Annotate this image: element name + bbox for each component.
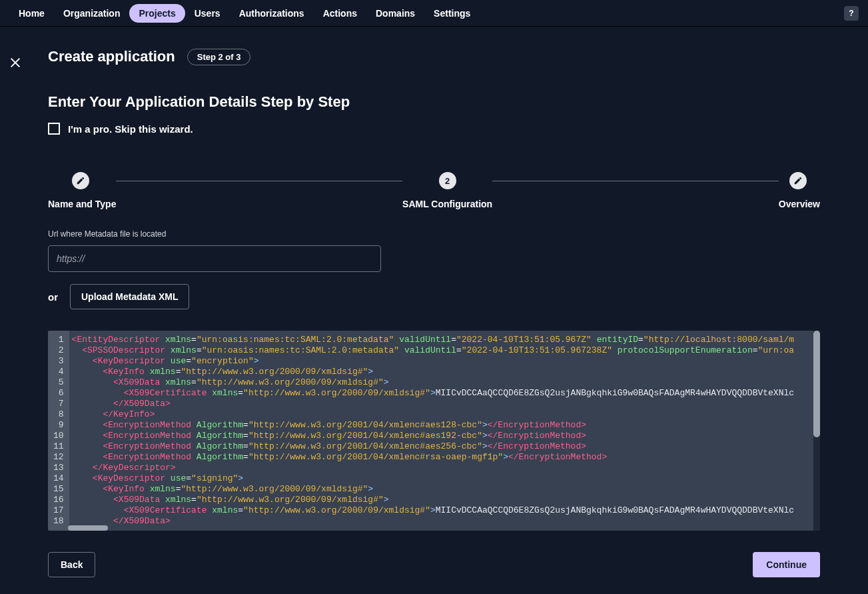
nav-item-organization[interactable]: Organization xyxy=(54,4,130,23)
nav-item-domains[interactable]: Domains xyxy=(366,4,424,23)
step-saml-configuration[interactable]: 2 SAML Configuration xyxy=(402,172,492,209)
page-subtitle: Enter Your Application Details Step by S… xyxy=(48,93,820,111)
horizontal-scrollbar-thumb[interactable] xyxy=(68,525,108,531)
nav-item-actions[interactable]: Actions xyxy=(314,4,366,23)
stepper: Name and Type 2 SAML Configuration Overv… xyxy=(48,172,820,209)
help-button[interactable]: ? xyxy=(844,6,859,21)
xml-editor[interactable]: 123456789101112131415161718 <EntityDescr… xyxy=(48,331,820,531)
continue-button[interactable]: Continue xyxy=(753,552,820,577)
pencil-icon xyxy=(789,172,807,189)
nav-item-settings[interactable]: Settings xyxy=(424,4,480,23)
step-label: SAML Configuration xyxy=(402,199,492,209)
or-separator: or xyxy=(48,291,58,303)
nav-item-home[interactable]: Home xyxy=(9,4,54,23)
step-overview[interactable]: Overview xyxy=(779,172,820,209)
metadata-url-input[interactable] xyxy=(48,245,381,272)
step-name-and-type[interactable]: Name and Type xyxy=(48,172,116,209)
step-label: Name and Type xyxy=(48,199,116,209)
pencil-icon xyxy=(72,172,89,189)
step-indicator: Step 2 of 3 xyxy=(187,49,251,65)
vertical-scrollbar[interactable] xyxy=(813,331,820,531)
step-connector xyxy=(116,181,402,181)
step-connector xyxy=(492,181,779,181)
upload-metadata-button[interactable]: Upload Metadata XML xyxy=(70,284,189,309)
nav-item-authorizations[interactable]: Authorizations xyxy=(230,4,314,23)
line-gutter: 123456789101112131415161718 xyxy=(48,331,69,531)
back-button[interactable]: Back xyxy=(48,552,95,577)
skip-wizard-label: I'm a pro. Skip this wizard. xyxy=(68,123,193,135)
code-content[interactable]: <EntityDescriptor xmlns="urn:oasis:names… xyxy=(69,331,813,531)
page-title: Create application xyxy=(48,48,175,65)
close-icon[interactable] xyxy=(9,57,21,69)
scrollbar-thumb[interactable] xyxy=(813,331,820,437)
nav-item-projects[interactable]: Projects xyxy=(129,4,185,23)
top-nav: HomeOrganizationProjectsUsersAuthorizati… xyxy=(0,0,868,27)
step-number-icon: 2 xyxy=(439,172,456,189)
metadata-url-label: Url where Metadata file is located xyxy=(48,229,820,239)
step-label: Overview xyxy=(779,199,820,209)
nav-item-users[interactable]: Users xyxy=(185,4,230,23)
skip-wizard-checkbox[interactable] xyxy=(48,123,60,135)
